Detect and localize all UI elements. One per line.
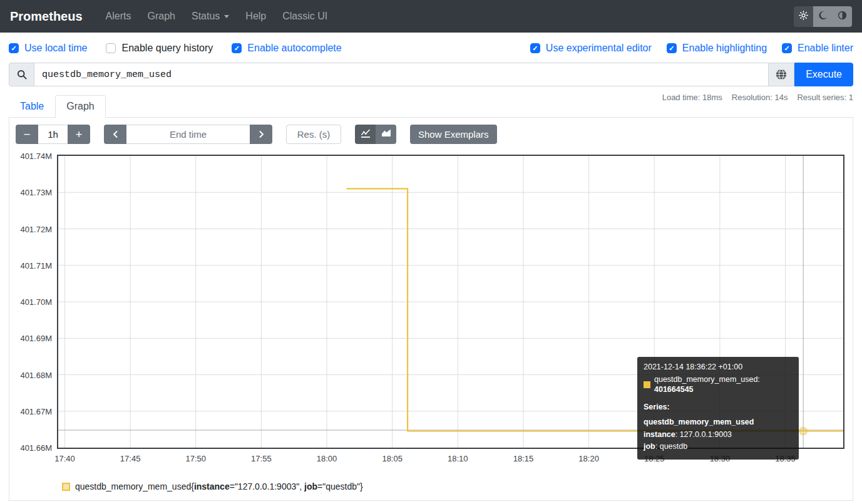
line-chart-button[interactable] <box>355 125 376 144</box>
checkbox-use-local-time[interactable]: ✓Use local time <box>9 43 87 54</box>
tooltip-series-name: questdb_memory_mem_used <box>644 418 793 427</box>
line-chart-icon <box>361 128 371 141</box>
time-back-button[interactable] <box>104 125 126 144</box>
y-axis-tick-label: 401.66M <box>16 443 52 453</box>
stat-load-time: Load time: 18ms <box>662 93 722 102</box>
stacked-chart-button[interactable] <box>376 125 396 144</box>
graph-controls: − + Show Exemplars <box>16 125 846 144</box>
checked-checkbox-icon[interactable]: ✓ <box>9 43 19 53</box>
range-input[interactable] <box>38 125 68 144</box>
x-axis-tick-label: 18:20 <box>572 454 607 463</box>
chart-type-toggle <box>355 125 396 144</box>
nav-item-graph[interactable]: Graph <box>140 6 183 27</box>
stat-resolution: Resolution: 14s <box>732 93 788 102</box>
series-swatch-icon <box>62 483 70 491</box>
dark-theme-button[interactable] <box>813 6 833 27</box>
y-axis-tick-label: 401.69M <box>16 334 52 343</box>
settings-right-group: ✓Use experimental editor✓Enable highligh… <box>530 43 853 54</box>
settings-left-group: ✓Use local timeEnable query history✓Enab… <box>9 43 342 54</box>
y-axis-tick-label: 401.68M <box>16 371 52 380</box>
caret-down-icon <box>224 15 229 18</box>
stat-result-series: Result series: 1 <box>797 93 853 102</box>
checkbox-enable-autocomplete[interactable]: ✓Enable autocomplete <box>232 43 341 54</box>
end-time-input[interactable] <box>126 125 250 144</box>
end-time-control <box>104 125 272 144</box>
x-axis-tick-label: 18:10 <box>440 454 475 463</box>
query-input[interactable] <box>34 63 769 86</box>
y-axis-tick-label: 401.74M <box>16 152 52 161</box>
unchecked-checkbox-icon[interactable] <box>106 43 116 53</box>
sun-icon <box>799 11 808 22</box>
checkbox-enable-query-history[interactable]: Enable query history <box>106 43 213 54</box>
tabs: TableGraph <box>9 95 106 117</box>
checkbox-label: Enable query history <box>121 43 213 54</box>
tooltip-timestamp: 2021-12-14 18:36:22 +01:00 <box>644 363 793 372</box>
tooltip-value-row: questdb_memory_mem_used: 401664545 <box>644 375 793 394</box>
checkbox-enable-linter[interactable]: ✓Enable linter <box>782 43 853 54</box>
checked-checkbox-icon[interactable]: ✓ <box>530 43 540 53</box>
x-axis-tick-label: 17:45 <box>113 454 148 463</box>
x-axis-tick-label: 18:15 <box>506 454 541 463</box>
tabs-row: TableGraph Load time: 18msResolution: 14… <box>9 95 853 117</box>
checked-checkbox-icon[interactable]: ✓ <box>232 43 242 53</box>
series-legend-label: questdb_memory_mem_used{instance="127.0.… <box>75 481 363 491</box>
execute-button[interactable]: Execute <box>794 63 853 86</box>
nav-item-classic-ui[interactable]: Classic UI <box>274 6 336 27</box>
x-axis-tick-label: 17:40 <box>47 454 82 463</box>
tooltip-label-job: job: questdb <box>644 442 793 451</box>
tooltip-label-instance: instance: 127.0.0.1:9003 <box>644 430 793 440</box>
tab-graph[interactable]: Graph <box>55 95 105 118</box>
theme-toggle-group <box>794 6 852 27</box>
x-axis-tick-label: 17:50 <box>178 454 213 463</box>
navbar: Prometheus AlertsGraphStatusHelpClassic … <box>0 0 862 33</box>
app-brand[interactable]: Prometheus <box>10 9 83 24</box>
light-theme-button[interactable] <box>794 6 813 27</box>
checkbox-label: Enable autocomplete <box>247 43 341 54</box>
range-increase-button[interactable]: + <box>68 125 90 144</box>
series-swatch-icon <box>644 381 650 388</box>
resolution-input[interactable] <box>286 125 341 144</box>
query-bar: Execute <box>9 63 853 86</box>
checkbox-label: Use local time <box>24 43 87 54</box>
checkbox-label: Use experimental editor <box>546 43 652 54</box>
y-axis-tick-label: 401.70M <box>16 297 52 307</box>
graph-tooltip: 2021-12-14 18:36:22 +01:00 questdb_memor… <box>637 357 799 460</box>
nav-item-alerts[interactable]: Alerts <box>98 6 140 27</box>
tooltip-metric: questdb_memory_mem_used: 401664545 <box>654 375 793 394</box>
series-legend[interactable]: questdb_memory_mem_used{instance="127.0.… <box>62 481 846 500</box>
query-stats: Load time: 18msResolution: 14sResult ser… <box>662 93 853 102</box>
checkbox-label: Enable linter <box>798 43 853 54</box>
checked-checkbox-icon[interactable]: ✓ <box>667 43 677 53</box>
y-axis-tick-label: 401.71M <box>16 261 52 270</box>
contrast-icon <box>838 11 847 22</box>
time-forward-button[interactable] <box>250 125 272 144</box>
checked-checkbox-icon[interactable]: ✓ <box>782 43 792 53</box>
nav-item-status[interactable]: Status <box>183 6 237 27</box>
x-axis-tick-label: 17:55 <box>244 454 279 463</box>
show-exemplars-button[interactable]: Show Exemplars <box>410 125 497 144</box>
range-control: − + <box>16 125 90 144</box>
checkbox-enable-highlighting[interactable]: ✓Enable highlighting <box>667 43 767 54</box>
auto-theme-button[interactable] <box>833 6 852 27</box>
search-icon <box>9 63 34 86</box>
y-axis-tick-label: 401.72M <box>16 225 52 234</box>
x-axis-tick-label: 18:00 <box>309 454 344 463</box>
nav-item-help[interactable]: Help <box>237 6 274 27</box>
tooltip-labels: instance: 127.0.0.1:9003job: questdb <box>644 430 793 451</box>
tooltip-series-heading: Series: <box>644 403 793 412</box>
globe-icon[interactable] <box>769 63 794 86</box>
tab-table[interactable]: Table <box>9 95 55 118</box>
x-axis-tick-label: 18:05 <box>375 454 410 463</box>
checkbox-label: Enable highlighting <box>682 43 767 54</box>
y-axis-tick-label: 401.67M <box>16 407 52 416</box>
moon-icon <box>818 11 828 22</box>
nav-menu: AlertsGraphStatusHelpClassic UI <box>98 6 336 27</box>
range-decrease-button[interactable]: − <box>16 125 38 144</box>
stacked-chart-icon <box>381 128 391 141</box>
chevron-right-icon <box>257 128 265 141</box>
chevron-left-icon <box>111 128 120 141</box>
y-axis-tick-label: 401.73M <box>16 188 52 197</box>
tooltip-value: 401664545 <box>654 385 694 394</box>
settings-row: ✓Use local timeEnable query history✓Enab… <box>0 33 862 63</box>
checkbox-use-experimental-editor[interactable]: ✓Use experimental editor <box>530 43 652 54</box>
